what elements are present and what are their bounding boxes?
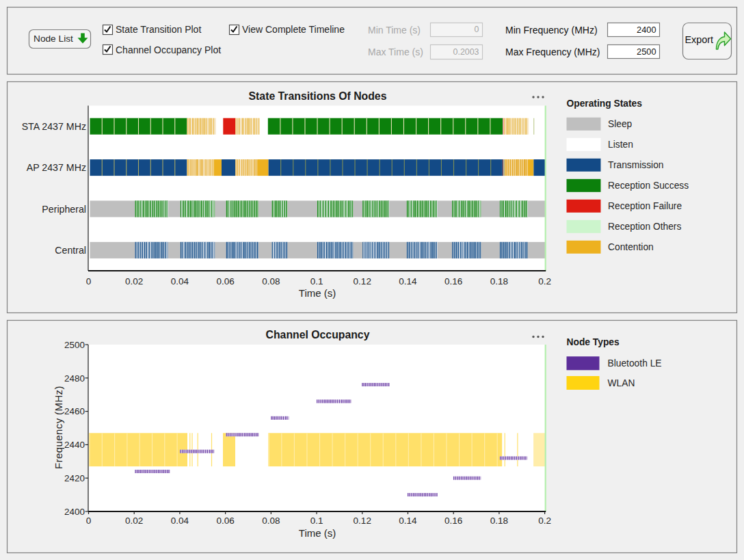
svg-text:0.04: 0.04 <box>171 276 189 286</box>
svg-text:0: 0 <box>86 276 92 286</box>
svg-text:0.14: 0.14 <box>399 516 417 526</box>
svg-text:2500: 2500 <box>637 46 656 57</box>
svg-text:STA 2437 MHz: STA 2437 MHz <box>22 121 86 132</box>
svg-text:0.06: 0.06 <box>216 516 234 526</box>
svg-text:0.18: 0.18 <box>490 516 508 526</box>
svg-text:0.18: 0.18 <box>490 276 508 286</box>
svg-text:0.1: 0.1 <box>310 276 323 286</box>
svg-text:0.08: 0.08 <box>262 276 280 286</box>
svg-text:0.04: 0.04 <box>171 516 189 526</box>
svg-text:2480: 2480 <box>64 373 85 384</box>
svg-text:0.14: 0.14 <box>399 276 417 286</box>
svg-text:2500: 2500 <box>64 340 85 350</box>
svg-text:Min Time (s): Min Time (s) <box>368 25 421 36</box>
svg-text:Frequency (MHz): Frequency (MHz) <box>53 386 64 469</box>
svg-text:Reception Others: Reception Others <box>608 222 681 232</box>
svg-text:0.16: 0.16 <box>444 276 462 286</box>
svg-text:0.2: 0.2 <box>538 516 551 526</box>
svg-text:0.12: 0.12 <box>354 516 371 526</box>
svg-text:Time (s): Time (s) <box>299 287 336 299</box>
svg-text:0.12: 0.12 <box>354 276 371 286</box>
svg-text:State Transition Plot: State Transition Plot <box>116 24 201 35</box>
svg-text:2400: 2400 <box>64 507 85 517</box>
svg-text:Node List: Node List <box>34 34 73 44</box>
svg-text:0.06: 0.06 <box>216 276 234 286</box>
svg-text:Time (s): Time (s) <box>299 527 336 539</box>
svg-text:Export: Export <box>685 34 714 45</box>
svg-text:Min Frequency (MHz): Min Frequency (MHz) <box>505 25 598 36</box>
svg-text:Channel Occupancy Plot: Channel Occupancy Plot <box>116 44 221 55</box>
svg-text:Central: Central <box>55 245 86 256</box>
svg-text:Sleep: Sleep <box>608 119 633 129</box>
svg-text:Max Frequency (MHz): Max Frequency (MHz) <box>505 46 600 57</box>
svg-text:0.02: 0.02 <box>125 516 143 526</box>
svg-text:Listen: Listen <box>608 139 633 150</box>
svg-text:2420: 2420 <box>64 473 85 483</box>
svg-text:Max Time (s): Max Time (s) <box>368 46 423 57</box>
svg-text:0.1: 0.1 <box>310 516 323 526</box>
svg-text:Reception Failure: Reception Failure <box>608 201 682 211</box>
svg-text:WLAN: WLAN <box>608 378 635 388</box>
svg-text:0.2003: 0.2003 <box>453 47 479 57</box>
svg-text:0.02: 0.02 <box>125 276 143 286</box>
svg-text:Operating States: Operating States <box>567 98 643 109</box>
svg-text:State Transitions Of Nodes: State Transitions Of Nodes <box>249 90 387 102</box>
svg-text:Bluetooth LE: Bluetooth LE <box>608 358 662 369</box>
svg-text:Reception Success: Reception Success <box>608 181 689 191</box>
svg-text:2460: 2460 <box>64 406 85 416</box>
svg-text:Channel Occupancy: Channel Occupancy <box>266 329 370 341</box>
svg-text:0: 0 <box>86 516 92 526</box>
svg-text:View Complete Timeline: View Complete Timeline <box>242 24 345 35</box>
svg-text:Transmission: Transmission <box>608 160 664 170</box>
svg-text:AP 2437 MHz: AP 2437 MHz <box>27 162 86 173</box>
svg-text:0.16: 0.16 <box>444 516 462 526</box>
svg-text:0.08: 0.08 <box>262 516 280 526</box>
svg-text:0: 0 <box>475 25 479 34</box>
svg-text:Contention: Contention <box>608 242 654 252</box>
svg-text:Peripheral: Peripheral <box>42 204 86 215</box>
svg-text:0.2: 0.2 <box>538 276 551 286</box>
svg-text:Node Types: Node Types <box>567 337 620 347</box>
svg-text:2440: 2440 <box>64 440 85 450</box>
svg-text:2400: 2400 <box>637 25 656 35</box>
